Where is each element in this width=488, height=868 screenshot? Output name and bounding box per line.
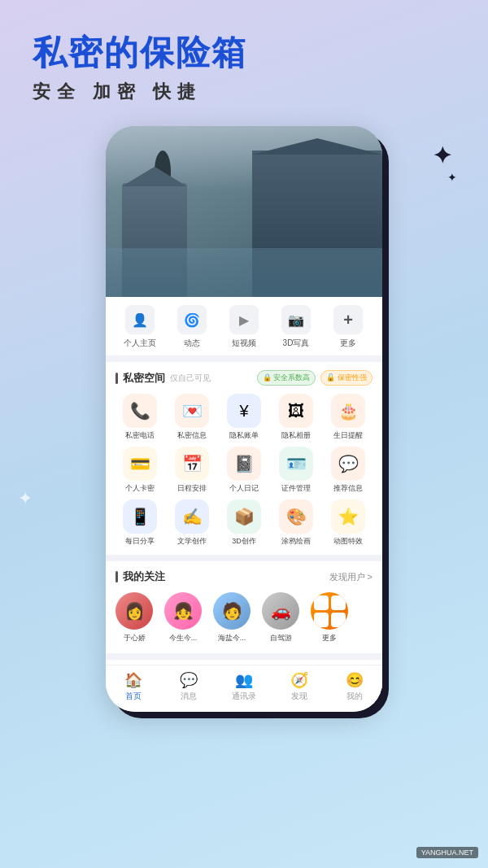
birthday-icon: 🎂 — [331, 394, 365, 428]
feature-phone[interactable]: 📞 私密电话 — [115, 394, 164, 440]
sparkle-icon-bottom-left: ✦ — [18, 488, 33, 509]
nav-mine[interactable]: 😊 我的 — [327, 671, 382, 702]
nav-home[interactable]: 🏠 首页 — [106, 671, 161, 702]
badge-privacy: 🔓 保密性强 — [320, 370, 373, 386]
paint-icon: 🎨 — [279, 499, 313, 534]
feature-card-label: 个人卡密 — [125, 484, 155, 493]
badge-security: 🔒 安全系数高 — [257, 370, 316, 386]
follows-header: 我的关注 发现用户 > — [115, 569, 373, 584]
recommend-msg-icon: 💬 — [331, 447, 365, 481]
feature-gif-label: 动图特效 — [333, 537, 363, 546]
follow-item-2[interactable]: 👧 今生今... — [164, 592, 202, 643]
album-icon: 🖼 — [279, 394, 313, 428]
hero-image — [106, 126, 382, 297]
follows-section: 我的关注 发现用户 > 👩 于心娇 👧 今生今... — [106, 561, 382, 653]
feature-album[interactable]: 🖼 隐私相册 — [272, 394, 320, 440]
nav-item-dynamic[interactable]: 🌀 动态 — [166, 305, 218, 349]
discover-link[interactable]: 发现用户 > — [329, 571, 373, 583]
nav-message-label: 消息 — [181, 691, 197, 702]
feature-birthday[interactable]: 🎂 生日提醒 — [324, 394, 373, 440]
follow-item-more[interactable]: 更多 — [311, 592, 348, 643]
private-sub: 仅自己可见 — [170, 373, 211, 384]
avatar-more — [311, 592, 348, 630]
contacts-icon: 👥 — [235, 671, 253, 689]
private-title-row: 私密空间 仅自己可见 — [115, 371, 211, 386]
sub-title: 安全 加密 快捷 — [33, 80, 455, 104]
section-bar — [115, 373, 118, 384]
feature-recommend-msg-label: 推荐信息 — [333, 484, 363, 493]
plus-icon: + — [333, 305, 363, 334]
watermark: YANGHUA.NET — [416, 847, 478, 858]
nav-contacts-label: 通讯录 — [232, 691, 256, 702]
follow-name-4: 自驾游 — [270, 633, 292, 643]
id-icon: 🪪 — [279, 447, 313, 481]
private-space-section: 私密空间 仅自己可见 🔒 安全系数高 🔓 保密性强 📞 私密电话 💌 私密信息 — [106, 362, 382, 555]
follow-name-1: 于心娇 — [124, 633, 146, 643]
follows-title-row: 我的关注 — [115, 569, 165, 584]
profile-icon: 👤 — [125, 305, 155, 334]
nav-label-more: 更多 — [340, 338, 356, 349]
follow-item-1[interactable]: 👩 于心娇 — [115, 592, 153, 643]
watermark-site: YANGHUA.NET — [421, 848, 473, 857]
nav-mine-label: 我的 — [346, 691, 363, 702]
private-title: 私密空间 — [123, 371, 165, 386]
3d-create-icon: 📦 — [227, 499, 261, 534]
nav-label-dynamic: 动态 — [184, 338, 200, 349]
nav-discover-label: 发现 — [291, 691, 307, 702]
camera-3d-icon: 📷 — [281, 305, 311, 334]
follows-section-bar — [115, 571, 118, 582]
nav-item-3d[interactable]: 📷 3D写真 — [270, 305, 322, 349]
feature-share[interactable]: 📱 每日分享 — [115, 499, 164, 546]
sparkle-icon-large: ✦ — [433, 142, 451, 169]
nav-item-more[interactable]: + 更多 — [322, 305, 374, 349]
nav-icons-row: 👤 个人主页 🌀 动态 ▶ 短视频 📷 3D写真 + 更多 — [106, 297, 382, 355]
follow-item-3[interactable]: 🧑 海盐今... — [213, 592, 251, 643]
feature-gif[interactable]: ⭐ 动图特效 — [324, 499, 373, 546]
avatar-1: 👩 — [115, 592, 153, 630]
nav-item-profile[interactable]: 👤 个人主页 — [114, 305, 166, 349]
feature-3d-create-label: 3D创作 — [232, 537, 256, 546]
feature-paint[interactable]: 🎨 涂鸦绘画 — [272, 499, 320, 546]
gif-icon: ⭐ — [331, 499, 365, 534]
avatar-2: 👧 — [164, 592, 202, 630]
feature-schedule-label: 日程安排 — [177, 484, 207, 493]
feature-3d-create[interactable]: 📦 3D创作 — [220, 499, 268, 546]
home-icon: 🏠 — [124, 671, 142, 689]
write-icon: ✍ — [175, 499, 209, 534]
badge-row: 🔒 安全系数高 🔓 保密性强 — [257, 370, 373, 386]
follow-name-more: 更多 — [322, 633, 337, 643]
mine-icon: 😊 — [346, 671, 364, 689]
bottom-nav: 🏠 首页 💬 消息 👥 通讯录 🧭 发现 😊 我的 — [106, 665, 382, 712]
feature-schedule[interactable]: 📅 日程安排 — [168, 447, 216, 493]
share-icon: 📱 — [123, 499, 157, 534]
feature-id[interactable]: 🪪 证件管理 — [272, 447, 320, 493]
feature-write[interactable]: ✍ 文学创作 — [168, 499, 216, 546]
feature-grid: 📞 私密电话 💌 私密信息 ¥ 隐私账单 🖼 隐私相册 🎂 生日提醒 — [115, 394, 373, 545]
avatar-3: 🧑 — [213, 592, 251, 630]
avatar-4: 🚗 — [262, 592, 299, 630]
main-title: 私密的保险箱 — [33, 33, 455, 73]
feature-birthday-label: 生日提醒 — [333, 431, 363, 440]
sparkle-icon-small: ✦ — [447, 171, 457, 184]
phone-icon: 📞 — [123, 394, 157, 428]
feature-diary[interactable]: 📓 个人日记 — [220, 447, 268, 493]
feature-recommend-msg[interactable]: 💬 推荐信息 — [324, 447, 373, 493]
diary-icon: 📓 — [227, 447, 261, 481]
nav-contacts[interactable]: 👥 通讯录 — [216, 671, 272, 702]
follow-item-4[interactable]: 🚗 自驾游 — [262, 592, 299, 643]
message-icon: 💌 — [175, 394, 209, 428]
feature-message[interactable]: 💌 私密信息 — [168, 394, 216, 440]
feature-album-label: 隐私相册 — [281, 431, 311, 440]
video-icon: ▶ — [229, 305, 259, 334]
dynamic-icon: 🌀 — [177, 305, 207, 334]
phone-mockup: 👤 个人主页 🌀 动态 ▶ 短视频 📷 3D写真 + 更多 — [106, 126, 382, 744]
feature-bill[interactable]: ¥ 隐私账单 — [220, 394, 268, 440]
nav-label-video: 短视频 — [232, 338, 256, 349]
feature-phone-label: 私密电话 — [125, 431, 155, 440]
feature-id-label: 证件管理 — [281, 484, 311, 493]
nav-discover[interactable]: 🧭 发现 — [272, 671, 327, 702]
feature-card[interactable]: 💳 个人卡密 — [115, 447, 164, 493]
nav-item-video[interactable]: ▶ 短视频 — [218, 305, 270, 349]
nav-message[interactable]: 💬 消息 — [161, 671, 216, 702]
nav-label-profile: 个人主页 — [124, 338, 156, 349]
